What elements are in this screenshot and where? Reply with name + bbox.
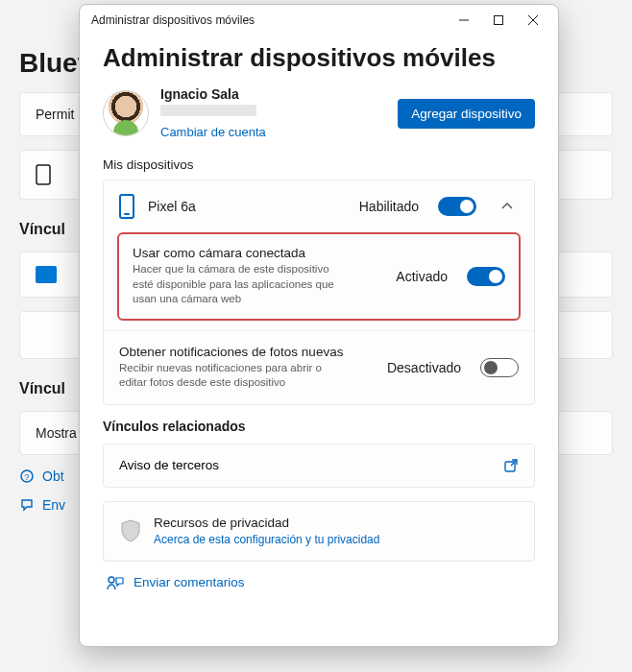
camera-option-status: Activado	[396, 269, 448, 284]
account-row: Ignacio Sala Cambiar de cuenta Agregar d…	[103, 86, 535, 140]
device-enabled-toggle[interactable]	[438, 197, 476, 216]
account-name: Ignacio Sala	[160, 86, 386, 102]
feedback-icon	[107, 575, 124, 590]
feedback-label: Enviar comentarios	[134, 575, 245, 589]
switch-account-link[interactable]: Cambiar de cuenta	[160, 125, 266, 139]
privacy-title: Recursos de privacidad	[154, 516, 519, 530]
photos-toggle[interactable]	[480, 358, 519, 377]
svg-point-8	[109, 577, 114, 583]
chevron-up-icon	[496, 200, 519, 213]
camera-option-highlight: Usar como cámara conectada Hacer que la …	[117, 232, 521, 321]
maximize-icon	[494, 15, 503, 25]
camera-option-desc: Hacer que la cámara de este dispositivo …	[133, 262, 344, 307]
maximize-button[interactable]	[481, 7, 516, 34]
svg-rect-4	[495, 16, 503, 25]
avatar	[103, 90, 149, 136]
third-party-label: Aviso de terceros	[119, 458, 492, 472]
my-devices-label: Mis dispositivos	[103, 157, 535, 172]
privacy-link[interactable]: Acerca de esta configuración y tu privac…	[154, 533, 379, 546]
photos-option-row: Obtener notificaciones de fotos nuevas R…	[104, 330, 534, 404]
close-icon	[528, 15, 538, 25]
minimize-icon	[459, 15, 469, 25]
phone-icon	[119, 194, 134, 219]
help-icon: ?	[19, 468, 35, 484]
privacy-resources-card[interactable]: Recursos de privacidad Acerca de esta co…	[103, 501, 535, 562]
device-card: Pixel 6a Habilitado Usar como cámara con…	[103, 180, 535, 405]
page-title: Administrar dispositivos móviles	[103, 43, 535, 73]
window-title: Administrar dispositivos móviles	[91, 13, 255, 27]
photos-option-status: Desactivado	[387, 360, 461, 375]
related-links-label: Vínculos relacionados	[103, 419, 535, 434]
photos-option-desc: Recibir nuevas notificaciones para abrir…	[119, 361, 330, 391]
account-email-redacted	[160, 105, 256, 116]
svg-text:?: ?	[24, 472, 29, 482]
feedback-icon	[19, 497, 35, 513]
photos-option-title: Obtener notificaciones de fotos nuevas	[119, 345, 374, 359]
minimize-button[interactable]	[447, 7, 481, 34]
device-status: Habilitado	[359, 199, 419, 214]
mobile-devices-dialog: Administrar dispositivos móviles Adminis…	[79, 4, 559, 647]
phone-icon	[36, 164, 51, 185]
camera-option-title: Usar como cámara conectada	[133, 246, 382, 260]
external-link-icon	[503, 458, 519, 473]
close-button[interactable]	[516, 7, 550, 34]
titlebar: Administrar dispositivos móviles	[80, 5, 558, 36]
device-name: Pixel 6a	[148, 199, 346, 214]
camera-option-row: Usar como cámara conectada Hacer que la …	[119, 234, 519, 319]
camera-toggle[interactable]	[467, 267, 505, 286]
shield-icon	[119, 517, 142, 544]
svg-rect-0	[36, 165, 50, 184]
add-device-button[interactable]: Agregar dispositivo	[398, 99, 535, 129]
third-party-notice-card[interactable]: Aviso de terceros	[103, 444, 535, 488]
device-header[interactable]: Pixel 6a Habilitado	[104, 180, 534, 232]
send-feedback-link[interactable]: Enviar comentarios	[103, 575, 535, 590]
monitor-icon	[36, 266, 57, 283]
